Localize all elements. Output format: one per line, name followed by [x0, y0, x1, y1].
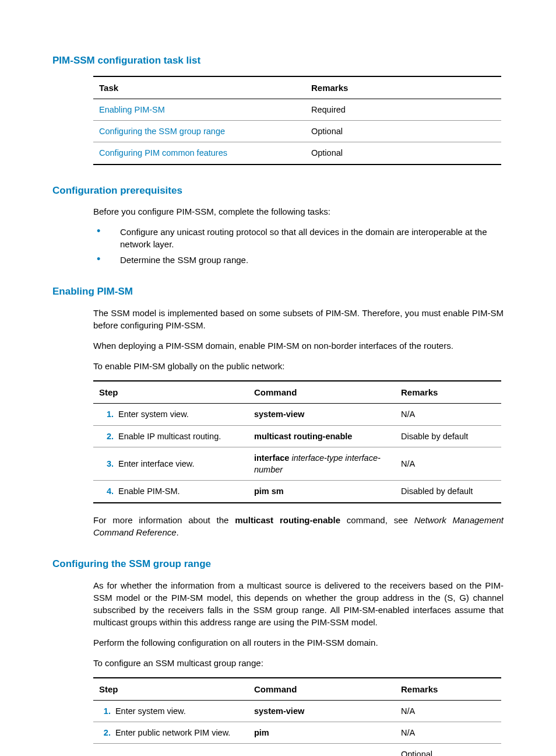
bullet-list-prereq: • Configure any unicast routing protocol… [93, 226, 504, 266]
cell-remarks: N/A [395, 722, 501, 743]
th-remarks: Remarks [395, 381, 501, 404]
step-desc: Enable IP multicast routing. [116, 425, 248, 447]
link-enabling-pim-sm[interactable]: Enabling PIM-SM [99, 105, 165, 114]
cell-command: interface interface-type interface-numbe… [248, 447, 395, 481]
step-desc: Enable PIM-SM. [116, 481, 248, 503]
step-number: 2. [93, 722, 113, 743]
step-number: 1. [93, 404, 116, 425]
text-ssmrange-p3: To configure an SSM multicast group rang… [93, 657, 504, 669]
cell-command: system-view [248, 404, 395, 425]
link-config-common-features[interactable]: Configuring PIM common features [99, 148, 227, 158]
cell-command: system-view [248, 700, 395, 722]
text-prereq-intro: Before you configure PIM-SSM, complete t… [93, 205, 504, 218]
step-number: 1. [93, 700, 113, 722]
cell-remarks: N/A [395, 447, 501, 481]
cell-remarks: N/A [395, 404, 501, 425]
th-remarks: Remarks [395, 678, 501, 701]
text-enablesm-p3: To enable PIM-SM globally on the public … [93, 360, 504, 372]
cell-command: pim sm [248, 481, 395, 503]
bullet-text: Determine the SSM group range. [120, 254, 504, 266]
cell-remarks: N/A [395, 700, 501, 722]
th-step: Step [93, 678, 248, 701]
text-ssmrange-p2: Perform the following configuration on a… [93, 636, 504, 649]
link-config-ssm-range[interactable]: Configuring the SSM group range [99, 127, 225, 136]
cell-remarks: Optional [305, 142, 501, 164]
step-number: 4. [93, 481, 116, 503]
heading-ssm-range: Configuring the SSM group range [52, 557, 504, 571]
cell-remarks: Optional [305, 121, 501, 142]
th-task: Task [93, 76, 305, 99]
step-desc: Enter system view. [116, 404, 248, 425]
step-number: 3. [93, 744, 113, 756]
bullet-text: Configure any unicast routing protocol s… [120, 226, 504, 250]
table-tasklist: Task Remarks Enabling PIM-SM Required Co… [93, 76, 501, 165]
cell-command: pim [248, 722, 395, 743]
cell-remarks: Disabled by default [395, 481, 501, 503]
cell-remarks: Required [305, 99, 501, 120]
step-desc: Configure the SSM group range. [113, 744, 248, 756]
heading-tasklist: PIM-SSM configuration task list [52, 54, 504, 68]
th-command: Command [248, 381, 395, 404]
text-enablesm-note: For more information about the multicast… [93, 514, 504, 538]
cell-remarks: Disable by default [395, 425, 501, 447]
step-number: 2. [93, 425, 116, 447]
th-command: Command [248, 678, 395, 701]
cell-remarks: Optional. [395, 744, 501, 756]
th-remarks: Remarks [305, 76, 501, 99]
bullet-icon: • [93, 254, 120, 266]
heading-prereq: Configuration prerequisites [52, 184, 504, 198]
cell-command: ssm-policy acl-number [248, 744, 395, 756]
step-desc: Enter system view. [113, 700, 248, 722]
step-desc: Enter public network PIM view. [113, 722, 248, 743]
table-ssm-range: Step Command Remarks 1. Enter system vie… [93, 677, 501, 756]
cell-command: multicast routing-enable [248, 425, 395, 447]
bullet-icon: • [93, 226, 120, 250]
step-number: 3. [93, 447, 116, 481]
heading-enabling-pim-sm: Enabling PIM-SM [52, 285, 504, 299]
text-enablesm-p2: When deploying a PIM-SSM domain, enable … [93, 340, 504, 352]
th-step: Step [93, 381, 248, 404]
text-ssmrange-p1: As for whether the information from a mu… [93, 579, 504, 628]
step-desc: Enter interface view. [116, 447, 248, 481]
table-enable-pim-sm: Step Command Remarks 1. Enter system vie… [93, 380, 501, 503]
text-enablesm-p1: The SSM model is implemented based on so… [93, 307, 504, 331]
